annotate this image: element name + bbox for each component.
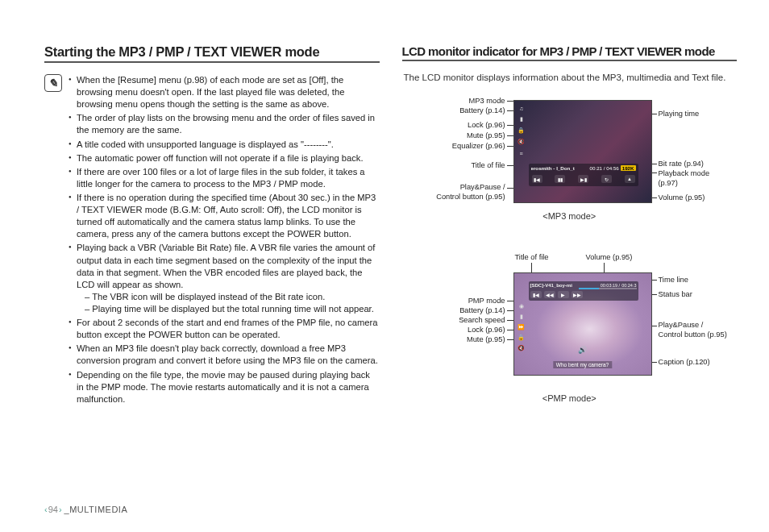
bullet-item: For about 2 seconds of the start and end… [69, 317, 380, 341]
label-lock: Lock (p.96) [439, 121, 505, 129]
label-pmp-title: Title of file [515, 253, 549, 261]
label-volume: Volume (p.95) [659, 193, 705, 202]
label-playback-b: (p.97) [659, 179, 678, 187]
right-heading: LCD monitor indicator for MP3 / PMP / TE… [402, 44, 738, 61]
skip-back-icon: ▮◀ [530, 291, 542, 298]
label-playback-a: Playback mode [659, 169, 710, 177]
label-mute: Mute (p.95) [439, 131, 505, 139]
right-column: LCD monitor indicator for MP3 / PMP / TE… [402, 44, 738, 429]
vol-icon: ▲ [625, 175, 635, 183]
left-column: Starting the MP3 / PMP / TEXT VIEWER mod… [44, 44, 380, 429]
left-heading: Starting the MP3 / PMP / TEXT VIEWER mod… [44, 44, 380, 63]
label-statusbar: Status bar [659, 290, 692, 298]
track-time: 00:21 / 04:56 [590, 165, 619, 171]
speaker-icon: 🔊 [578, 346, 587, 354]
mp3-diagram: MP3 mode Battery (p.14) Lock (p.96) Mute… [402, 92, 738, 245]
mute-icon: 🔇 [518, 344, 526, 352]
label-timeline: Time line [659, 276, 688, 284]
label-pmp-lock: Lock (p.96) [439, 326, 505, 334]
bullet-item: The order of play lists on the browsing … [69, 112, 380, 136]
pmp-mode-label: <PMP mode> [402, 393, 738, 403]
bullet-list: When the [Resume] menu (p.98) of each mo… [69, 74, 380, 407]
label-battery: Battery (p.14) [439, 106, 505, 114]
bullet-item: Playing back a VBR (Variable Bit Rate) f… [69, 242, 380, 315]
label-pp-a: Play&Pause / [659, 321, 704, 329]
bullet-item: When the [Resume] menu (p.98) of each mo… [69, 74, 380, 110]
label-bitrate: Bit rate (p.94) [659, 160, 704, 168]
lock-icon: 🔒 [518, 127, 526, 135]
bullet-item: When an MP3 file doesn't play back corre… [69, 343, 380, 367]
label-playpause-a: Play&Pause / [410, 183, 505, 191]
label-mp3-mode: MP3 mode [439, 97, 505, 105]
bullet-item: If there is no operation during the spec… [69, 192, 380, 240]
mute-icon: 🔇 [518, 138, 526, 146]
label-equalizer: Equalizer (p.96) [439, 142, 505, 150]
label-title: Title of file [439, 161, 505, 169]
note-icon: ✎ [44, 74, 62, 92]
label-pmp-battery: Battery (p.14) [439, 306, 505, 314]
page-footer: 94 _MULTIMEDIA [44, 505, 127, 514]
prev-icon: ▮◀ [532, 175, 542, 183]
bullet-item: Depending on the file type, the movie ma… [69, 369, 380, 405]
eq-icon: ≡ [518, 149, 526, 157]
label-caption: Caption (p.120) [659, 358, 710, 366]
bullet-item: If there are over 100 files or a lot of … [69, 166, 380, 190]
label-search-speed: Search speed [439, 316, 505, 324]
pmp-lcd: [SDC]-V41_boy-mi 00:03:19 / 00:24:3 ▮◀ ◀… [513, 272, 652, 376]
label-playpause-b: Control button (p.95) [410, 193, 505, 201]
repeat-icon: ↻ [601, 175, 612, 183]
battery-icon: ▮ [518, 313, 526, 321]
label-pmp-mode: PMP mode [439, 297, 505, 305]
bullet-item: The automatic power off function will no… [69, 152, 380, 164]
pause-icon: ▮▮ [555, 175, 565, 183]
rewind-icon: ◀◀ [544, 291, 555, 298]
page-number: 94 [44, 505, 62, 514]
pmp-diagram: Title of file Volume (p.95) PMP mode Bat… [402, 253, 738, 421]
pmp-caption: Who bent my camera? [553, 361, 612, 368]
lock-icon: 🔒 [518, 334, 526, 342]
next-icon: ▶▮ [578, 175, 588, 183]
subline: – The VBR icon will be displayed instead… [77, 291, 380, 303]
section-name: _MULTIMEDIA [64, 505, 128, 514]
battery-icon: ▮ [518, 115, 526, 123]
label-pmp-volume: Volume (p.95) [586, 253, 633, 261]
label-pmp-mute: Mute (p.95) [439, 335, 505, 343]
speed-icon: ⏩ [518, 323, 526, 331]
mp3-mode-label: <MP3 mode> [402, 211, 738, 221]
intro-text: The LCD monitor displays information abo… [402, 73, 738, 82]
mp3-lcd: ♫ ▮ 🔒 🔇 ≡ erosmith - I_Don_t 00:21 / 04:… [513, 100, 652, 203]
subline: – Playing time will be displayed but the… [77, 303, 380, 315]
play-icon: ▶ [558, 291, 569, 298]
ffwd-icon: ▶▶ [572, 291, 583, 298]
bullet-item: A title coded with unsupported language … [69, 139, 380, 151]
label-playing-time: Playing time [659, 110, 700, 118]
music-icon: ♫ [518, 104, 526, 112]
track-title: erosmith - I_Don_t [531, 165, 588, 171]
pmp-icon: ◉ [518, 302, 526, 310]
label-pp-b: Control button (p.95) [659, 330, 727, 339]
track-rate: 192K [621, 165, 636, 171]
